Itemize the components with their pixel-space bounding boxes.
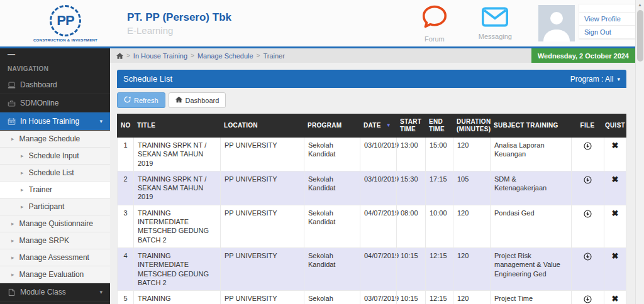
date-header-label: DATE: [364, 122, 381, 130]
cell-date: 04/07/2019: [360, 248, 396, 290]
cell-subject-training: Analisa Laporan Keuangan: [490, 138, 571, 171]
cell-location: PP UNIVERSITY: [220, 291, 304, 304]
sidebar-item-public-training[interactable]: Public Training ▾: [0, 301, 110, 304]
breadcrumb-separator: >: [126, 52, 130, 59]
cell-no: 5: [117, 291, 133, 304]
user-avatar[interactable]: [538, 5, 575, 41]
download-circle-icon[interactable]: [571, 171, 604, 205]
sidebar-item-participant[interactable]: ▸ Participant: [0, 198, 110, 215]
scroll-up-arrow-icon[interactable]: ▲: [636, 0, 644, 9]
forum-button[interactable]: Forum: [421, 4, 448, 43]
x-mark-icon[interactable]: ✖: [604, 205, 626, 247]
column-header-no[interactable]: NO: [117, 114, 133, 138]
briefcase-icon: [8, 99, 20, 107]
sidebar-item-schedule-list[interactable]: ▸ Schedule List: [0, 165, 110, 182]
cell-date: 03/07/2019: [360, 291, 396, 304]
sidebar-item-trainer[interactable]: ▸ Trainer: [0, 182, 110, 198]
column-header-file[interactable]: FILE: [571, 114, 604, 138]
cell-location: PP UNIVERSITY: [220, 248, 304, 290]
table-row: 5 TRAINING INTERMEDIATE METSCHED GEDUNG …: [117, 291, 626, 304]
cell-no: 4: [117, 248, 133, 290]
program-filter-dropdown[interactable]: Program : All ▾: [570, 75, 620, 84]
program-filter-label: Program : All: [570, 75, 614, 84]
breadcrumb: > In House Training > Manage Schedule > …: [110, 48, 635, 63]
chevron-down-icon: ▾: [99, 118, 103, 124]
x-mark-icon[interactable]: ✖: [604, 248, 626, 290]
column-header-start-time[interactable]: START TIME: [396, 114, 425, 138]
table-row: 3 TRAINING INTERMEDIATE METSCHED GEDUNG …: [117, 205, 626, 248]
cell-subject-training: Project Time Management Ged: [490, 291, 571, 304]
breadcrumb-home-icon[interactable]: [116, 53, 123, 59]
cell-subject-training: Pondasi Ged: [490, 205, 571, 247]
schedule-table: NO TITLE LOCATION PROGRAM DATE ▼ START T…: [117, 114, 626, 304]
cell-program: Sekolah Kandidat: [304, 205, 360, 247]
sidebar-item-label: SDMOnline: [20, 99, 103, 107]
column-header-title[interactable]: TITLE: [133, 114, 220, 138]
cell-title: TRAINING INTERMEDIATE METSCHED GEDUNG BA…: [133, 291, 220, 304]
sidebar-item-label: Schedule List: [29, 168, 103, 177]
messaging-button[interactable]: Messaging: [479, 7, 512, 40]
sidebar-item-manage-quistionnaire[interactable]: ▸ Manage Quistionnaire: [0, 215, 110, 232]
panel-title: Schedule List: [123, 74, 172, 84]
company-name: PT. PP (Persero) Tbk: [127, 11, 231, 24]
cell-end-time: 12:15: [425, 248, 453, 290]
laptop-icon: [8, 81, 20, 89]
vertical-scrollbar[interactable]: ▲: [635, 0, 644, 304]
x-mark-icon[interactable]: ✖: [604, 171, 626, 205]
sidebar-item-label: Manage Assessment: [19, 253, 103, 262]
sidebar-item-label: Module Class: [20, 288, 97, 296]
column-header-duration[interactable]: DURATION (MINUTES): [453, 114, 490, 138]
calendar-icon: [8, 117, 20, 126]
logo-tagline: CONSTRUCTION & INVESTMENT: [33, 38, 97, 42]
sidebar-item-schedule-input[interactable]: ▸ Schedule Input: [0, 148, 110, 165]
sidebar-menu: Dashboard SDMOnline In House Training ▾ …: [0, 76, 110, 304]
caret-right-icon: ▸: [11, 220, 14, 227]
sidebar-item-module-class[interactable]: Module Class ▾: [0, 283, 110, 301]
column-header-program[interactable]: PROGRAM: [304, 114, 360, 138]
panel-header: Schedule List Program : All ▾: [117, 70, 626, 88]
cell-program: Sekolah Kandidat: [304, 291, 360, 304]
sidebar-item-label: Participant: [29, 202, 103, 211]
sign-out-link[interactable]: Sign Out: [579, 26, 643, 39]
view-profile-link[interactable]: View Profile: [579, 13, 643, 26]
sidebar-collapse-icon[interactable]: —: [0, 48, 110, 61]
date-badge: Wednesday, 2 October 2024: [531, 48, 635, 63]
sidebar-item-manage-evaluation[interactable]: ▸ Manage Evaluation: [0, 266, 110, 283]
refresh-button[interactable]: Refresh: [117, 92, 165, 108]
cell-start-time: 15:30: [396, 171, 425, 205]
column-header-subject-training[interactable]: SUBJECT TRAINING: [490, 114, 571, 138]
navigation-section-label: NAVIGATION: [0, 61, 110, 76]
cell-end-time: 15:00: [425, 138, 453, 171]
sidebar-item-label: Manage Schedule: [19, 134, 103, 143]
column-header-date[interactable]: DATE ▼: [360, 114, 396, 138]
messaging-envelope-icon: [482, 7, 508, 30]
sidebar-item-manage-srpk[interactable]: ▸ Manage SRPK: [0, 232, 110, 249]
download-circle-icon[interactable]: [571, 205, 604, 247]
table-row: 2 TRAINING SRPK NT / SEKAN SAM TAHUN 201…: [117, 171, 626, 205]
cell-program: Sekolah Kandidat: [304, 171, 360, 205]
dashboard-button[interactable]: Dashboard: [169, 92, 226, 108]
column-header-quist[interactable]: QUIST: [604, 114, 626, 138]
download-circle-icon[interactable]: [571, 248, 604, 290]
sidebar-item-manage-assessment[interactable]: ▸ Manage Assessment: [0, 249, 110, 266]
sidebar-item-dashboard[interactable]: Dashboard: [0, 76, 110, 94]
sidebar-item-sdmonline[interactable]: SDMOnline: [0, 94, 110, 112]
x-mark-icon[interactable]: ✖: [604, 138, 626, 171]
breadcrumb-manage-schedule[interactable]: Manage Schedule: [197, 52, 253, 60]
cell-end-time: 17:15: [425, 171, 453, 205]
cell-date: 04/07/2019: [360, 205, 396, 247]
sidebar-item-manage-schedule[interactable]: ▸ Manage Schedule: [0, 131, 110, 148]
scrollbar-thumb[interactable]: [637, 10, 643, 62]
column-header-location[interactable]: LOCATION: [220, 114, 304, 138]
cell-end-time: 12:15: [425, 291, 453, 304]
download-circle-icon[interactable]: [571, 291, 604, 304]
cell-start-time: 13:00: [396, 138, 425, 171]
chevron-down-icon: ▾: [99, 289, 103, 295]
sidebar-item-in-house-training[interactable]: In House Training ▾: [0, 112, 110, 131]
breadcrumb-in-house-training[interactable]: In House Training: [133, 52, 187, 60]
x-mark-icon[interactable]: ✖: [604, 291, 626, 304]
download-circle-icon[interactable]: [571, 138, 604, 171]
sidebar-item-label: Manage Quistionnaire: [19, 219, 103, 228]
sidebar: — NAVIGATION Dashboard SDMOnline In Hous…: [0, 48, 110, 304]
column-header-end-time[interactable]: END TIME: [425, 114, 453, 138]
